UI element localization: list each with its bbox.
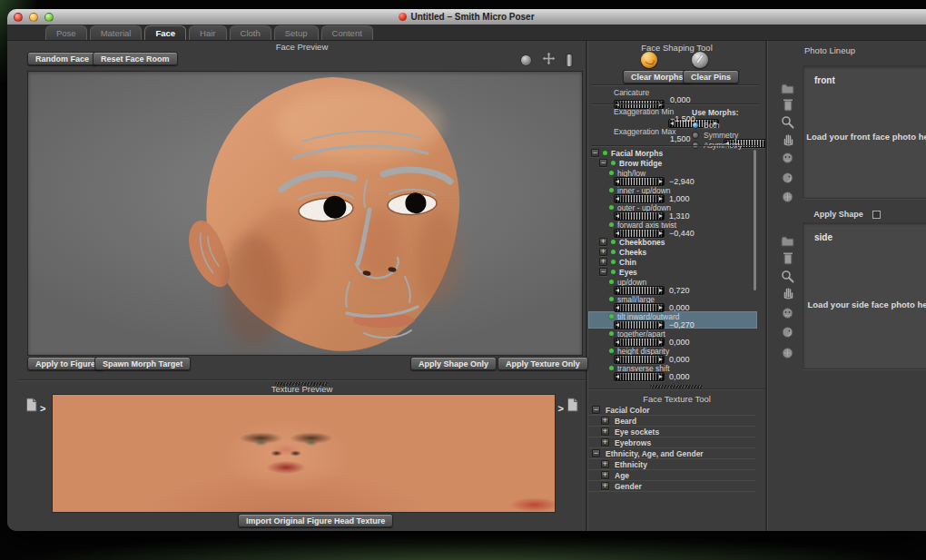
texture-group-ethnicity-age-gender[interactable]: − Ethnicity, Age, and Gender [588, 448, 755, 459]
tab-content[interactable]: Content [321, 25, 373, 40]
morph-dial[interactable] [614, 194, 665, 203]
morph-value[interactable]: −0,270 [669, 320, 694, 329]
pan-camera-icon[interactable] [542, 52, 556, 69]
morph-value[interactable]: −2,940 [669, 177, 694, 186]
side-photo-dropzone[interactable]: side Load your side face photo here [803, 222, 926, 369]
tree-group-cheekbones[interactable]: + Cheekbones [588, 237, 757, 247]
radio-icon[interactable] [692, 132, 699, 139]
expand-icon[interactable]: + [601, 482, 609, 490]
tree-group-facial-morphs[interactable]: − Facial Morphs [588, 148, 757, 158]
tab-pose[interactable]: Pose [45, 25, 87, 40]
expand-icon[interactable]: + [601, 471, 609, 479]
expand-icon[interactable]: + [599, 258, 607, 266]
morph-slider-tilt-inward-outward[interactable]: tilt inward/outward −0,270 [588, 311, 757, 329]
random-face-button[interactable]: Random Face [27, 52, 97, 65]
zoom-icon[interactable] [780, 269, 795, 284]
morph-dial[interactable] [614, 338, 665, 347]
tab-setup[interactable]: Setup [274, 25, 319, 40]
tab-hair[interactable]: Hair [189, 25, 226, 40]
reset-face-room-button[interactable]: Reset Face Room [93, 52, 178, 65]
tab-cloth[interactable]: Cloth [230, 25, 271, 40]
morph-dial[interactable] [614, 355, 665, 364]
morph-value[interactable]: 0,000 [669, 372, 690, 381]
head-side-icon[interactable] [780, 325, 795, 340]
apply-shape-only-button[interactable]: Apply Shape Only [410, 357, 497, 370]
trash-icon[interactable] [780, 97, 795, 113]
head-front-icon[interactable] [780, 306, 795, 321]
expand-icon[interactable]: + [601, 438, 609, 447]
morph-dial[interactable] [614, 372, 665, 381]
morph-value[interactable]: 1,000 [669, 194, 690, 203]
collapse-icon[interactable]: − [599, 268, 607, 276]
spawn-morph-target-button[interactable]: Spawn Morph Target [94, 357, 191, 370]
expand-icon[interactable]: + [601, 417, 609, 425]
expand-icon[interactable]: + [601, 460, 609, 468]
morph-dial[interactable] [614, 320, 665, 329]
collapse-icon[interactable]: − [592, 449, 600, 457]
morph-value[interactable]: 1,310 [669, 211, 690, 221]
title-bar[interactable]: Untitled – Smith Micro Poser [7, 9, 926, 25]
exaggeration-max-value[interactable]: 1,500 [670, 134, 691, 143]
texture-group-gender[interactable]: + Gender [588, 481, 755, 492]
folder-icon[interactable] [780, 233, 795, 249]
expand-icon[interactable]: + [601, 427, 609, 436]
trackball-icon[interactable] [520, 54, 532, 66]
document-icon[interactable] [566, 398, 578, 412]
texture-group-facial-color[interactable]: − Facial Color [588, 405, 755, 416]
morph-dial[interactable] [614, 286, 665, 295]
morph-dial[interactable] [614, 177, 665, 186]
morph-value[interactable]: 0,000 [669, 303, 690, 312]
collapse-icon[interactable]: − [591, 149, 599, 157]
morph-value[interactable]: 0,000 [669, 355, 690, 364]
tree-group-cheeks[interactable]: + Cheeks [588, 247, 757, 257]
radio-both[interactable]: Both [692, 120, 743, 130]
trash-icon[interactable] [780, 251, 795, 266]
head-shape-icon[interactable] [780, 346, 795, 361]
hand-icon[interactable] [780, 132, 795, 147]
tree-group-brow-ridge[interactable]: − Brow Ridge [588, 158, 757, 168]
clear-pins-button[interactable]: Clear Pins [683, 70, 739, 84]
tab-material[interactable]: Material [90, 25, 143, 40]
morph-value[interactable]: 0,000 [669, 338, 690, 347]
expand-icon[interactable]: + [599, 238, 607, 246]
vertical-scrollbar[interactable] [754, 150, 756, 290]
morph-dial[interactable] [614, 303, 665, 312]
apply-to-figure-button[interactable]: Apply to Figure [27, 357, 103, 370]
collapse-icon[interactable]: − [592, 406, 600, 414]
import-original-texture-button[interactable]: Import Original Figure Head Texture [238, 514, 393, 527]
apply-texture-only-button[interactable]: Apply Texture Only [497, 357, 588, 370]
texture-group-eyebrows[interactable]: + Eyebrows [588, 437, 755, 448]
next-texture-caret[interactable]: > [558, 404, 564, 413]
document-icon[interactable] [25, 398, 37, 412]
pin-tool-icon[interactable] [692, 52, 708, 68]
texture-group-beard[interactable]: + Beard [588, 416, 755, 427]
morph-value[interactable]: 0,720 [669, 286, 690, 295]
expand-icon[interactable]: + [599, 248, 607, 256]
morph-value[interactable]: −0,440 [669, 229, 694, 238]
head-texture-image[interactable] [52, 394, 556, 513]
head-shape-icon[interactable] [780, 190, 795, 205]
collapse-icon[interactable]: − [599, 159, 607, 167]
clear-morphs-button[interactable]: Clear Morphs [623, 70, 692, 84]
tab-face[interactable]: Face [144, 25, 186, 40]
shaping-putty-tool-icon[interactable] [641, 52, 657, 68]
face-3d-viewport[interactable] [27, 71, 583, 356]
dolly-camera-icon[interactable] [566, 54, 573, 67]
folder-icon[interactable] [780, 81, 795, 96]
radio-symmetry[interactable]: Symmetry [692, 130, 743, 140]
previous-texture-caret[interactable]: > [40, 404, 45, 413]
apply-shape-checkbox[interactable] [872, 211, 881, 219]
texture-group-age[interactable]: + Age [588, 470, 755, 481]
radio-icon[interactable] [692, 122, 699, 129]
hand-icon[interactable] [780, 285, 795, 300]
texture-group-ethnicity[interactable]: + Ethnicity [588, 459, 755, 470]
head-side-icon[interactable] [780, 171, 795, 186]
morph-dial[interactable] [614, 211, 665, 221]
texture-group-eye-sockets[interactable]: + Eye sockets [588, 427, 755, 437]
zoom-icon[interactable] [780, 114, 795, 130]
head-front-icon[interactable] [780, 151, 795, 166]
morph-dial[interactable] [614, 229, 665, 238]
tree-group-chin[interactable]: + Chin [588, 257, 757, 267]
front-photo-dropzone[interactable]: front Load your front face photo here [803, 65, 926, 199]
tree-group-eyes[interactable]: − Eyes [588, 267, 757, 277]
